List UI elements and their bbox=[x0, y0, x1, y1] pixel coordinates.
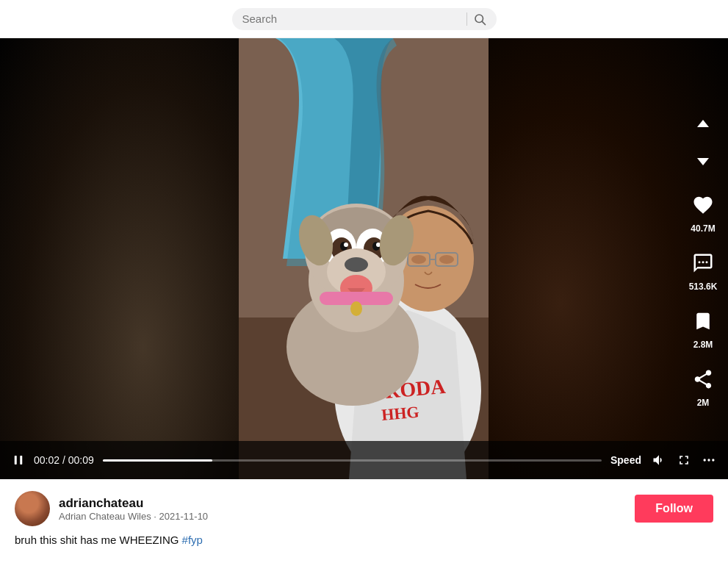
caption-hashtag[interactable]: #fyp bbox=[182, 534, 203, 546]
svg-point-40 bbox=[712, 459, 714, 461]
speed-button[interactable]: Speed bbox=[610, 454, 641, 466]
svg-point-33 bbox=[699, 261, 701, 263]
author-fullname: Adrian Chateau Wiles · 2021-11-10 bbox=[59, 511, 626, 522]
like-button[interactable] bbox=[687, 189, 719, 221]
author-date: 2021-11-10 bbox=[159, 511, 209, 522]
svg-point-11 bbox=[411, 255, 426, 264]
nav-down-button[interactable] bbox=[690, 149, 716, 176]
search-button[interactable] bbox=[473, 12, 486, 26]
nav-up-button[interactable] bbox=[690, 110, 716, 136]
volume-button[interactable] bbox=[652, 453, 666, 467]
svg-point-35 bbox=[706, 261, 708, 263]
video-left-bg bbox=[0, 38, 239, 479]
comment-button[interactable] bbox=[687, 247, 719, 279]
svg-line-1 bbox=[482, 21, 485, 24]
video-controls-bar: 00:02 / 00:09 Speed bbox=[0, 441, 728, 479]
search-divider bbox=[466, 12, 467, 26]
video-info-section: adrianchateau Adrian Chateau Wiles · 202… bbox=[0, 479, 728, 556]
search-bar[interactable] bbox=[232, 8, 497, 30]
share-count: 2M bbox=[697, 398, 710, 408]
author-fullname-text: Adrian Chateau Wiles bbox=[59, 511, 151, 522]
search-input[interactable] bbox=[242, 12, 461, 25]
svg-point-32 bbox=[350, 301, 362, 316]
like-count: 40.7M bbox=[691, 223, 715, 234]
total-time: 00:09 bbox=[68, 454, 94, 466]
svg-point-12 bbox=[439, 255, 454, 264]
current-time: 00:02 bbox=[34, 454, 60, 466]
svg-point-27 bbox=[345, 257, 368, 272]
caption: bruh this shit has me WHEEZING #fyp bbox=[15, 532, 713, 549]
author-row: adrianchateau Adrian Chateau Wiles · 202… bbox=[15, 491, 713, 526]
share-button[interactable] bbox=[687, 363, 719, 395]
video-player[interactable]: RODA HHG bbox=[0, 38, 728, 479]
progress-fill bbox=[103, 459, 212, 462]
svg-point-24 bbox=[344, 243, 348, 247]
bookmark-action: 2.8M bbox=[687, 305, 719, 350]
like-action: 40.7M bbox=[687, 189, 719, 234]
follow-button[interactable]: Follow bbox=[635, 495, 713, 523]
comment-action: 513.6K bbox=[687, 247, 719, 292]
play-pause-button[interactable] bbox=[12, 453, 25, 467]
svg-rect-36 bbox=[15, 456, 17, 464]
caption-text: bruh this shit has me WHEEZING bbox=[15, 534, 182, 546]
progress-bar[interactable] bbox=[103, 459, 602, 462]
svg-rect-37 bbox=[20, 456, 22, 464]
fullscreen-button[interactable] bbox=[677, 453, 691, 467]
bookmark-button[interactable] bbox=[687, 305, 719, 337]
svg-point-39 bbox=[707, 459, 710, 461]
avatar-image bbox=[15, 491, 50, 526]
controls-right: Speed bbox=[610, 453, 716, 467]
avatar[interactable] bbox=[15, 491, 50, 526]
author-username[interactable]: adrianchateau bbox=[59, 496, 626, 511]
time-display: 00:02 / 00:09 bbox=[34, 454, 94, 466]
svg-point-38 bbox=[704, 459, 706, 461]
header bbox=[0, 0, 728, 38]
author-info: adrianchateau Adrian Chateau Wiles · 202… bbox=[59, 496, 626, 522]
more-options-button[interactable] bbox=[702, 453, 716, 467]
svg-point-34 bbox=[702, 261, 704, 263]
svg-text:HHG: HHG bbox=[381, 403, 419, 424]
comment-count: 513.6K bbox=[689, 281, 718, 292]
bookmark-count: 2.8M bbox=[693, 340, 713, 350]
share-action: 2M bbox=[687, 363, 719, 408]
action-buttons-panel: 40.7M 513.6K 2.8M bbox=[687, 110, 719, 408]
video-center: RODA HHG bbox=[239, 38, 489, 479]
